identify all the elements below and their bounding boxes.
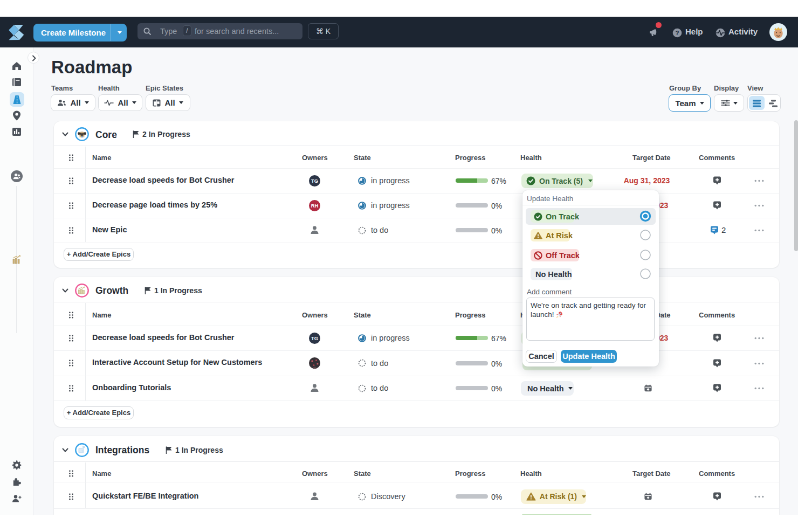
svg-text:?: ? bbox=[675, 30, 679, 36]
